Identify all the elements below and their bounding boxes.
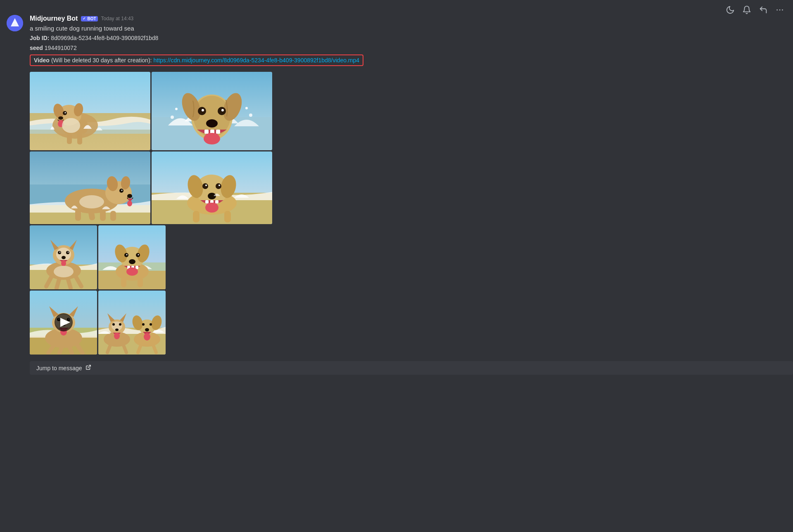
svg-point-77 bbox=[58, 251, 61, 254]
svg-point-36 bbox=[249, 113, 252, 117]
svg-point-79 bbox=[66, 251, 69, 254]
image-row-3 bbox=[30, 225, 786, 289]
svg-rect-31 bbox=[216, 130, 220, 134]
svg-point-135 bbox=[115, 329, 119, 331]
svg-rect-16 bbox=[77, 133, 82, 144]
svg-point-0 bbox=[776, 9, 778, 11]
message-title: a smiling cute dog running toward sea bbox=[30, 24, 786, 33]
image-grid bbox=[30, 72, 786, 355]
svg-rect-48 bbox=[75, 209, 81, 221]
svg-rect-69 bbox=[224, 211, 231, 222]
grid-image-1[interactable] bbox=[30, 72, 150, 150]
svg-point-78 bbox=[59, 252, 60, 253]
svg-point-62 bbox=[218, 184, 220, 186]
svg-point-60 bbox=[205, 184, 207, 186]
bot-name: Midjourney Bot bbox=[30, 15, 78, 22]
svg-point-81 bbox=[62, 256, 66, 259]
bot-badge-check: ✓ bbox=[83, 17, 86, 21]
image-row-1 bbox=[30, 72, 786, 150]
svg-point-17 bbox=[62, 118, 80, 133]
svg-point-47 bbox=[127, 201, 132, 206]
svg-point-134 bbox=[119, 323, 121, 326]
svg-point-87 bbox=[54, 266, 74, 277]
svg-line-84 bbox=[57, 278, 59, 288]
job-id-value: 8d0969da-5234-4fe8-b409-3900892f1bd8 bbox=[51, 35, 158, 41]
svg-point-34 bbox=[245, 107, 248, 109]
svg-point-12 bbox=[65, 112, 66, 113]
jump-to-message-label: Jump to message bbox=[36, 365, 82, 371]
svg-rect-50 bbox=[100, 210, 106, 221]
video-link-box: Video (Will be deleted 30 days after cre… bbox=[30, 54, 363, 66]
message-container: Midjourney Bot ✓ BOT Today at 14:43 a sm… bbox=[0, 8, 793, 355]
svg-rect-15 bbox=[67, 134, 72, 144]
svg-point-146 bbox=[144, 333, 150, 340]
bot-badge: ✓ BOT bbox=[81, 16, 97, 21]
jump-to-message-button[interactable]: Jump to message bbox=[30, 361, 793, 375]
grid-image-2[interactable] bbox=[152, 72, 272, 150]
svg-point-98 bbox=[138, 254, 139, 255]
bell-icon[interactable] bbox=[742, 5, 752, 15]
svg-point-2 bbox=[782, 9, 783, 11]
svg-point-143 bbox=[142, 323, 145, 326]
top-bar bbox=[725, 5, 785, 15]
svg-point-99 bbox=[129, 259, 135, 264]
svg-point-25 bbox=[202, 109, 204, 111]
image-row-4 bbox=[30, 291, 786, 355]
svg-point-33 bbox=[175, 108, 178, 110]
svg-line-149 bbox=[88, 365, 90, 368]
message-seed: seed 1944910072 bbox=[30, 44, 786, 52]
svg-point-13 bbox=[58, 116, 63, 120]
svg-point-35 bbox=[171, 116, 174, 119]
svg-line-121 bbox=[59, 346, 62, 353]
seed-number: 1944910072 bbox=[45, 45, 77, 51]
svg-line-85 bbox=[68, 278, 71, 288]
moon-icon[interactable] bbox=[725, 5, 735, 15]
svg-point-59 bbox=[202, 183, 208, 189]
grid-image-4[interactable] bbox=[152, 151, 272, 224]
svg-rect-66 bbox=[215, 200, 218, 203]
seed-label: seed bbox=[30, 45, 43, 51]
svg-point-61 bbox=[216, 183, 221, 189]
message-job-id: Job ID: 8d0969da-5234-4fe8-b409-3900892f… bbox=[30, 34, 786, 43]
svg-point-32 bbox=[204, 133, 220, 144]
svg-point-1 bbox=[779, 9, 781, 11]
message-header: Midjourney Bot ✓ BOT Today at 14:43 bbox=[30, 15, 786, 22]
video-sublabel: (Will be deleted 30 days after creation)… bbox=[51, 57, 152, 64]
svg-point-80 bbox=[68, 252, 69, 253]
svg-rect-68 bbox=[193, 211, 199, 222]
svg-point-28 bbox=[206, 119, 218, 128]
more-options-icon[interactable] bbox=[775, 5, 785, 15]
grid-image-6[interactable] bbox=[98, 225, 166, 289]
svg-rect-64 bbox=[205, 200, 209, 203]
grid-image-7[interactable] bbox=[30, 291, 97, 355]
svg-point-145 bbox=[145, 328, 149, 331]
grid-image-5[interactable] bbox=[30, 225, 97, 289]
job-id-label: Job ID: bbox=[30, 35, 49, 41]
svg-point-96 bbox=[126, 254, 128, 255]
timestamp: Today at 14:43 bbox=[101, 16, 134, 21]
svg-point-82 bbox=[61, 260, 66, 266]
grid-image-8[interactable] bbox=[98, 291, 166, 355]
svg-point-136 bbox=[114, 333, 120, 339]
svg-rect-29 bbox=[204, 130, 209, 134]
svg-point-133 bbox=[112, 323, 115, 326]
svg-point-144 bbox=[150, 323, 152, 326]
svg-point-67 bbox=[205, 203, 218, 213]
svg-point-103 bbox=[126, 267, 138, 276]
svg-point-45 bbox=[121, 190, 123, 191]
svg-point-52 bbox=[79, 195, 104, 208]
video-link[interactable]: https://cdn.midjourney.com/8d0969da-5234… bbox=[153, 57, 359, 64]
svg-rect-51 bbox=[110, 211, 116, 221]
reply-icon[interactable] bbox=[758, 5, 768, 15]
image-row-2 bbox=[30, 151, 786, 224]
svg-rect-105 bbox=[138, 277, 143, 287]
svg-line-122 bbox=[69, 346, 72, 353]
avatar bbox=[7, 15, 23, 31]
svg-rect-104 bbox=[121, 277, 126, 287]
svg-point-27 bbox=[221, 109, 224, 111]
page-wrapper: Midjourney Bot ✓ BOT Today at 14:43 a sm… bbox=[0, 0, 793, 532]
jump-to-message-icon bbox=[85, 364, 91, 371]
message-body: Midjourney Bot ✓ BOT Today at 14:43 a sm… bbox=[30, 15, 786, 355]
video-label: Video bbox=[34, 57, 50, 64]
grid-image-3[interactable] bbox=[30, 151, 150, 224]
